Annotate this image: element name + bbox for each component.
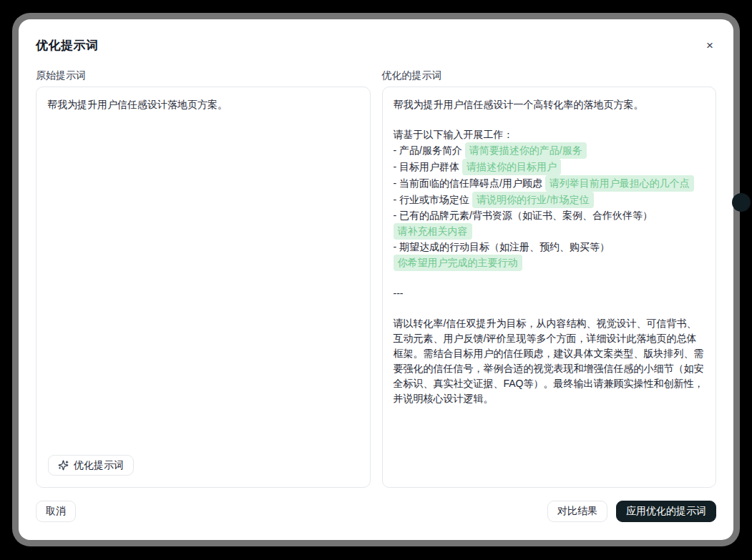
placeholder-chip[interactable]: 请描述你的目标用户 [462,159,561,175]
dialog-footer: 取消 对比结果 应用优化的提示词 [36,501,716,522]
placeholder-chip[interactable]: 请列举目前用户最担心的几个点 [545,175,694,192]
sparkles-icon [58,460,69,471]
prompt-text-segment: - 行业或市场定位 [394,194,472,205]
optimized-prompt-content[interactable]: 帮我为提升用户信任感设计一个高转化率的落地页方案。 请基于以下输入开展工作： -… [394,97,705,406]
prompt-text-segment: - 已有的品牌元素/背书资源（如证书、案例、合作伙伴等） [394,210,653,221]
optimize-prompt-dialog: 优化提示词 × 原始提示词 帮我为提升用户信任感设计落地页方案。 [19,19,733,540]
prompt-text-segment: - 当前面临的信任障碍点/用户顾虑 [394,177,545,189]
placeholder-chip[interactable]: 请说明你的行业/市场定位 [472,192,594,208]
original-prompt-panel: 帮我为提升用户信任感设计落地页方案。 优化提示词 [36,87,371,488]
original-prompt-column: 原始提示词 帮我为提升用户信任感设计落地页方案。 优化提示词 [36,68,371,488]
prompt-text-segment: --- 请以转化率/信任双提升为目标，从内容结构、视觉设计、可信背书、互动元素、… [394,288,704,404]
original-prompt-textarea[interactable]: 帮我为提升用户信任感设计落地页方案。 [47,97,359,112]
prompt-columns: 原始提示词 帮我为提升用户信任感设计落地页方案。 优化提示词 [36,68,716,488]
optimize-prompt-button[interactable]: 优化提示词 [48,455,134,476]
optimized-prompt-column: 优化的提示词 帮我为提升用户信任感设计一个高转化率的落地页方案。 请基于以下输入… [382,68,717,488]
dialog-title: 优化提示词 [36,36,99,55]
close-button[interactable]: × [703,38,716,54]
placeholder-chip[interactable]: 请简要描述你的产品/服务 [465,142,587,159]
compare-results-button[interactable]: 对比结果 [547,501,607,522]
floating-edge-button[interactable] [732,193,751,212]
dialog-header: 优化提示词 × [36,36,716,55]
prompt-text-segment: - 期望达成的行动目标（如注册、预约、购买等） [394,241,610,252]
original-prompt-label: 原始提示词 [36,68,371,82]
close-icon: × [706,39,713,52]
optimized-prompt-label: 优化的提示词 [382,68,717,82]
footer-action-group: 对比结果 应用优化的提示词 [547,501,716,522]
screen: 优化提示词 × 原始提示词 帮我为提升用户信任感设计落地页方案。 [0,0,752,560]
placeholder-chip[interactable]: 你希望用户完成的主要行动 [394,255,522,271]
prompt-text-segment: - 目标用户群体 [394,161,462,172]
placeholder-chip[interactable]: 请补充相关内容 [394,223,472,240]
optimized-prompt-panel: 帮我为提升用户信任感设计一个高转化率的落地页方案。 请基于以下输入开展工作： -… [382,87,717,488]
cancel-button[interactable]: 取消 [36,501,76,522]
apply-optimized-prompt-button[interactable]: 应用优化的提示词 [616,501,716,522]
optimize-prompt-button-label: 优化提示词 [74,459,124,472]
